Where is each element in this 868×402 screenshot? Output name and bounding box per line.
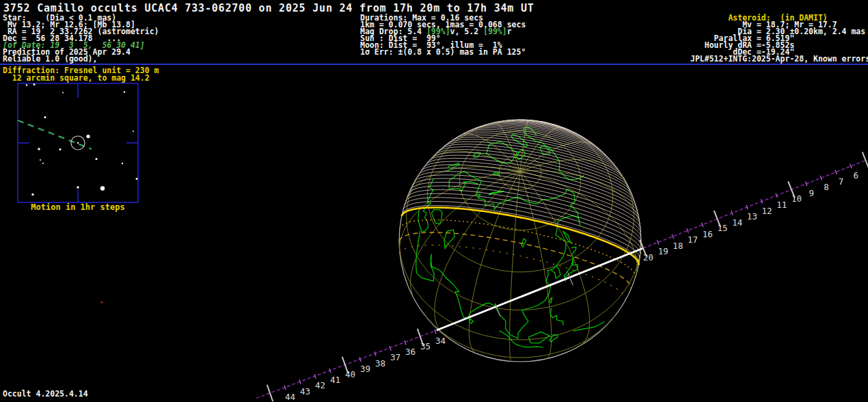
- field-star: [77, 186, 79, 188]
- event-info-block: Durations: Max = 0.16 secs1km = 0.070 se…: [360, 14, 526, 55]
- app-version: Occult 4.2025.4.14: [3, 390, 88, 397]
- svg-text:17: 17: [688, 234, 698, 245]
- svg-text:40: 40: [345, 369, 355, 379]
- field-star: [42, 163, 44, 164]
- svg-text:15: 15: [717, 223, 727, 233]
- red-marker: [100, 301, 103, 303]
- svg-text:11: 11: [776, 200, 787, 210]
- svg-text:7: 7: [839, 176, 844, 187]
- field-star: [33, 83, 36, 85]
- svg-text:43: 43: [300, 386, 310, 397]
- svg-text:8: 8: [824, 182, 829, 192]
- field-star: [77, 142, 79, 144]
- field-star: [96, 158, 98, 160]
- occult-prediction-window: 6789101112131415161718192034353637383940…: [0, 0, 868, 402]
- field-star: [31, 193, 33, 196]
- field-star: [100, 186, 105, 190]
- finder-caption: Motion in 1hr steps: [31, 202, 124, 212]
- asteroid-info-block: Asteroid: (in DAMIT) Mv = 18.7; Mr = 17.…: [690, 14, 868, 62]
- svg-text:16: 16: [703, 229, 713, 239]
- svg-text:35: 35: [420, 341, 431, 351]
- field-star: [136, 178, 138, 180]
- svg-text:44: 44: [285, 392, 295, 402]
- svg-text:20: 20: [643, 252, 653, 263]
- svg-text:41: 41: [330, 375, 340, 385]
- svg-text:36: 36: [405, 347, 416, 357]
- diffraction-note: Diffraction: Fresnel unit = 230 m 12 arc…: [3, 67, 159, 82]
- field-star: [59, 148, 62, 150]
- svg-text:19: 19: [658, 246, 668, 256]
- field-star: [122, 163, 123, 164]
- field-star: [124, 91, 125, 92]
- svg-text:18: 18: [673, 241, 683, 251]
- svg-text:34: 34: [435, 336, 446, 346]
- field-star: [40, 159, 41, 161]
- svg-text:9: 9: [809, 188, 814, 198]
- field-star: [86, 135, 90, 138]
- field-star: [38, 148, 40, 150]
- field-star: [26, 84, 27, 85]
- finder-chart: Motion in 1hr steps: [18, 83, 138, 212]
- svg-text:42: 42: [315, 380, 325, 390]
- svg-text:6: 6: [854, 170, 859, 180]
- header-divider: [0, 64, 868, 65]
- svg-text:39: 39: [360, 364, 370, 374]
- star-info-block: Star: (Dia < 0.1 mas) Mv 13.2; Mr 12.6; …: [3, 14, 159, 62]
- field-star: [44, 116, 46, 118]
- svg-text:37: 37: [390, 352, 401, 362]
- svg-text:38: 38: [375, 358, 385, 368]
- svg-text:14: 14: [732, 217, 742, 228]
- svg-text:13: 13: [747, 211, 757, 222]
- svg-text:10: 10: [791, 193, 802, 204]
- red-marker: [100, 301, 103, 303]
- svg-text:12: 12: [762, 206, 772, 216]
- field-star: [133, 131, 134, 132]
- asteroid-motion-line: [18, 120, 92, 149]
- field-star: [62, 92, 64, 94]
